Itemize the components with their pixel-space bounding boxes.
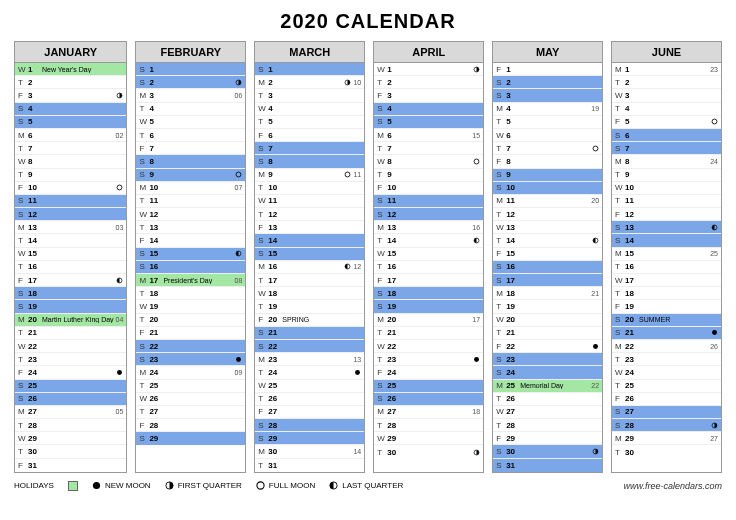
day-cell: M419 xyxy=(493,103,602,116)
week-number: 09 xyxy=(233,369,243,376)
day-cell: S28 xyxy=(612,419,721,432)
day-cell: T9 xyxy=(374,169,483,182)
day-number: 8 xyxy=(506,157,520,166)
day-of-week: S xyxy=(18,302,28,311)
day-of-week: T xyxy=(18,328,28,337)
day-cell: M1007 xyxy=(136,182,245,195)
day-of-week: W xyxy=(377,434,387,443)
calendar-grid: JANUARYW1New Year's DayT2F3S4S5M602T7W8T… xyxy=(14,41,722,473)
day-number: 12 xyxy=(506,210,520,219)
day-of-week: T xyxy=(615,104,625,113)
day-cell: W10 xyxy=(612,182,721,195)
day-cell: M2718 xyxy=(374,406,483,419)
day-cell: F12 xyxy=(612,208,721,221)
day-number: 12 xyxy=(149,210,163,219)
day-of-week: S xyxy=(615,223,625,232)
day-number: 12 xyxy=(268,210,282,219)
day-of-week: T xyxy=(258,368,268,377)
day-of-week: W xyxy=(377,65,387,74)
day-of-week: W xyxy=(496,407,506,416)
week-number: 18 xyxy=(470,408,480,415)
week-number: 10 xyxy=(351,79,361,86)
legend-first-label: FIRST QUARTER xyxy=(178,481,242,490)
day-of-week: F xyxy=(258,223,268,232)
day-number: 9 xyxy=(387,170,401,179)
day-cell: T21 xyxy=(493,327,602,340)
legend-holidays-label: HOLIDAYS xyxy=(14,481,54,490)
first-quarter-icon xyxy=(116,92,123,99)
day-of-week: F xyxy=(18,461,28,470)
day-of-week: F xyxy=(139,421,149,430)
day-of-week: W xyxy=(18,249,28,258)
holiday-swatch xyxy=(68,481,78,491)
day-cell: S11 xyxy=(15,195,126,208)
day-cell: T14 xyxy=(493,234,602,247)
day-cell: T3 xyxy=(255,89,364,102)
day-of-week: T xyxy=(615,289,625,298)
day-of-week: W xyxy=(377,249,387,258)
day-of-week: T xyxy=(615,170,625,179)
day-of-week: S xyxy=(258,236,268,245)
day-number: 23 xyxy=(268,355,282,364)
svg-point-1 xyxy=(117,185,122,190)
day-of-week: S xyxy=(258,144,268,153)
day-number: 17 xyxy=(268,276,282,285)
day-cell: S26 xyxy=(15,393,126,406)
day-cell: S2 xyxy=(493,76,602,89)
day-of-week: S xyxy=(615,315,625,324)
day-number: 20 xyxy=(268,315,282,324)
day-of-week: T xyxy=(615,78,625,87)
day-cell: S25 xyxy=(15,380,126,393)
svg-point-25 xyxy=(93,482,100,489)
svg-point-27 xyxy=(257,482,264,489)
day-cell: T2 xyxy=(374,76,483,89)
page-title: 2020 CALENDAR xyxy=(14,10,722,33)
day-cell: S21 xyxy=(255,327,364,340)
day-number: 20 xyxy=(28,315,42,324)
week-number: 06 xyxy=(233,92,243,99)
day-number: 25 xyxy=(506,381,520,390)
first-quarter-icon xyxy=(235,79,242,86)
day-number: 2 xyxy=(625,78,639,87)
day-cell: T16 xyxy=(374,261,483,274)
day-of-week: T xyxy=(139,131,149,140)
day-cell: T10 xyxy=(255,182,364,195)
month-may: MAYF1S2S3M419T5W6T7F8S9S10M1120T12W13T14… xyxy=(492,41,603,473)
day-cell: S16 xyxy=(136,261,245,274)
day-of-week: T xyxy=(377,144,387,153)
day-of-week: T xyxy=(139,407,149,416)
day-cell: M2017 xyxy=(374,314,483,327)
day-cell: S1 xyxy=(136,63,245,76)
day-number: 15 xyxy=(625,249,639,258)
day-of-week: W xyxy=(377,342,387,351)
day-cell: T21 xyxy=(15,327,126,340)
day-cell: T7 xyxy=(493,142,602,155)
svg-point-15 xyxy=(474,357,479,362)
day-number: 28 xyxy=(625,421,639,430)
day-number: 31 xyxy=(268,461,282,470)
day-cell: M911 xyxy=(255,169,364,182)
day-number: 1 xyxy=(28,65,42,74)
day-of-week: F xyxy=(615,394,625,403)
day-cell: S24 xyxy=(493,366,602,379)
day-of-week: T xyxy=(18,78,28,87)
week-number: 16 xyxy=(470,224,480,231)
day-cell: M20Martin Luther King Day04 xyxy=(15,314,126,327)
day-of-week: M xyxy=(258,447,268,456)
day-number: 5 xyxy=(149,117,163,126)
day-of-week: S xyxy=(258,65,268,74)
day-cell: S4 xyxy=(15,103,126,116)
day-cell: W29 xyxy=(374,432,483,445)
day-number: 28 xyxy=(506,421,520,430)
day-number: 24 xyxy=(149,368,163,377)
day-cell: F17 xyxy=(374,274,483,287)
day-of-week: S xyxy=(139,249,149,258)
day-number: 29 xyxy=(506,434,520,443)
day-number: 18 xyxy=(506,289,520,298)
day-of-week: F xyxy=(377,91,387,100)
day-number: 25 xyxy=(28,381,42,390)
day-cell: M602 xyxy=(15,129,126,142)
day-number: 14 xyxy=(506,236,520,245)
day-cell: W17 xyxy=(612,274,721,287)
day-cell: T4 xyxy=(136,103,245,116)
